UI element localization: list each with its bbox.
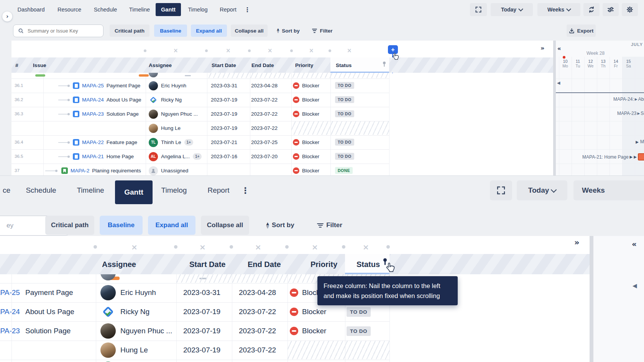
column-drag-handle[interactable] [205,49,208,52]
column-header-num[interactable]: # [15,62,18,68]
more-menu-icon[interactable]: ⋮ [240,180,251,200]
filter-button[interactable]: Filter [310,216,350,235]
remove-column-icon[interactable]: × [309,47,314,54]
column-header-issue[interactable]: Issue [33,62,46,68]
table-row-subassignee[interactable]: Hung Le 2023-07-19 2023-07-22 [0,341,389,360]
issue-key-link[interactable]: MAPA-25 [0,283,20,302]
column-header-priority[interactable]: Priority [310,260,337,269]
issue-key-link[interactable]: MAPA-23 [0,321,20,341]
refresh-button[interactable] [583,3,600,16]
remove-column-icon[interactable]: × [173,47,178,54]
column-header-priority[interactable]: Priority [295,62,313,68]
table-row[interactable]: MAPA-23 Solution Page Nguyen Phuc ... 20… [0,321,389,341]
table-row[interactable]: 36.4 MAPA-22 Feature page TL Thinh Le 1+… [12,135,389,150]
expand-all-button[interactable]: Expand all [191,25,227,37]
column-header-end[interactable]: End Date [248,260,281,269]
column-drag-handle[interactable] [386,245,390,249]
issue-key-link[interactable]: MAPA-22 [0,360,20,362]
column-drag-handle[interactable] [230,245,233,249]
baseline-button[interactable]: Baseline [154,25,187,37]
gantt-bar-fragment[interactable] [638,153,644,161]
remove-column-icon[interactable]: × [255,242,261,252]
issue-key-link[interactable]: MAPA-25 [82,79,104,93]
fullscreen-button[interactable] [470,3,487,16]
gantt-bar-label[interactable]: MAPA-23 ▶ So [617,111,644,116]
issue-key-link[interactable]: MAPA-2 [71,164,89,175]
remove-column-icon[interactable]: × [199,242,206,252]
range-dropdown[interactable]: Weeks [573,180,644,200]
tab-timelog[interactable]: Timelog [186,3,210,16]
remove-column-icon[interactable]: × [131,242,138,252]
gantt-bar-label[interactable]: MAPA-21: Home Page ▶ ▶ [582,153,644,161]
collapse-sidebar-button[interactable]: › [2,11,12,21]
table-row[interactable]: 36.1 MAPA-25 Payment Page Eric Huynh 202… [12,79,389,93]
tab-timelog[interactable]: Timelog [156,180,192,200]
column-header-start[interactable]: Start Date [212,62,236,68]
freeze-pin-icon[interactable] [382,61,387,67]
sort-by-button[interactable]: ▲▼ Sort by [259,216,301,235]
tab-timeline[interactable]: Timeline [71,180,110,200]
export-button[interactable]: Export [567,25,596,37]
tab-report[interactable]: Report [202,180,235,200]
issue-key-link[interactable]: MAPA-23 [82,107,104,121]
column-header-assignee[interactable]: Assignee [149,62,172,68]
tab-schedule[interactable]: Schedule [20,180,62,200]
issue-key-link[interactable]: MAPA-24 [82,93,104,107]
scroll-left-icon[interactable]: ◀ [557,80,560,85]
tab-resource[interactable]: Resource [55,3,84,16]
search-input[interactable] [27,28,90,34]
column-header-end[interactable]: End Date [251,62,274,68]
critical-path-button[interactable]: Critical path [110,25,150,37]
column-header-status[interactable]: Status [336,62,352,68]
issue-key-link[interactable]: MAPA-22 [82,135,104,149]
column-drag-handle[interactable] [94,245,97,249]
table-row-partial[interactable] [12,73,389,79]
gantt-bar-label[interactable]: ▶ M [636,139,644,144]
search-box[interactable] [13,25,104,37]
collapse-all-button[interactable]: Collapse all [201,216,249,235]
tab-gantt[interactable]: Gantt [115,180,153,204]
column-header-status[interactable]: Status [356,260,380,269]
column-drag-handle[interactable] [329,49,331,52]
more-menu-icon[interactable]: ⋮ [243,3,251,16]
panel-splitter[interactable] [553,41,556,175]
issue-key-link[interactable]: MAPA-24 [0,302,20,321]
remove-column-icon[interactable]: × [363,242,369,252]
column-drag-handle[interactable] [285,245,289,249]
remove-column-icon[interactable]: × [268,47,273,54]
table-row-partial[interactable]: MAPA-22 Feature page TL Thinh Le 1+ 2023… [0,360,389,362]
column-drag-handle[interactable] [290,49,293,52]
display-settings-button[interactable] [603,3,619,16]
fullscreen-button[interactable] [490,180,512,200]
tab-report[interactable]: Report [217,3,239,16]
baseline-button[interactable]: Baseline [100,216,143,235]
remove-column-icon[interactable]: × [226,47,231,54]
range-dropdown[interactable]: Weeks [537,3,580,16]
jump-left-icon[interactable]: « [557,45,561,52]
collapse-all-button[interactable]: Collapse all [231,25,268,37]
extra-assignees-chip[interactable]: 1+ [193,153,202,160]
tab-schedule[interactable]: Schedule [91,3,120,16]
sort-by-button[interactable]: ▲▼ Sort by [273,25,304,37]
table-row[interactable]: 36.3 MAPA-23 Solution Page Nguyen Phuc .… [12,107,389,121]
scroll-left-icon[interactable]: ◀ [632,282,637,289]
column-header-assignee[interactable]: Assignee [102,260,136,269]
column-drag-handle[interactable] [342,245,345,249]
table-row[interactable]: 36.5 MAPA-21 Home Page AL Angelina L... … [12,149,389,164]
tab-resource-partial[interactable]: ce [0,180,13,200]
jump-left-icon[interactable]: « [632,239,637,249]
extra-assignees-chip[interactable]: 1+ [184,139,193,146]
column-header-start[interactable]: Start Date [189,260,225,269]
critical-path-button[interactable]: Critical path [45,216,94,235]
gantt-bar-label[interactable]: MAPA-24: ▶ Abo [613,97,644,102]
jump-right-icon[interactable]: » [540,44,544,52]
tab-dashboard[interactable]: Dashboard [15,3,48,16]
today-dropdown[interactable]: Today [491,3,533,16]
issue-key-link[interactable]: MAPA-21 [82,149,104,164]
expand-all-button[interactable]: Expand all [148,216,196,235]
tab-gantt[interactable]: Gantt [156,3,181,16]
tab-timeline[interactable]: Timeline [127,3,152,16]
remove-column-icon[interactable]: × [347,47,352,54]
column-drag-handle[interactable] [248,49,251,52]
table-row[interactable]: 36.2 MAPA-24 About Us Page Ricky Ng 2023… [12,93,389,107]
